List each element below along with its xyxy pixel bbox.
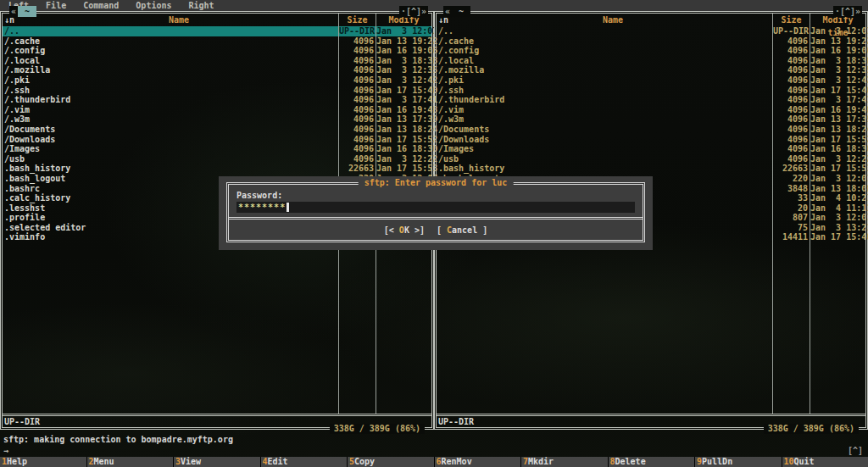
- file-size: 4096: [338, 154, 376, 164]
- file-row[interactable]: /.pki4096Jan 3 12:42: [3, 75, 431, 86]
- function-key-quit[interactable]: 10Quit: [782, 457, 868, 467]
- column-header-size[interactable]: Size: [772, 14, 810, 26]
- file-name: /usb: [3, 154, 338, 164]
- file-row[interactable]: /Documents4096Jan 13 18:24: [3, 125, 431, 135]
- file-row[interactable]: /.ssh4096Jan 17 15:40: [3, 86, 431, 96]
- file-name: /.cache: [3, 36, 338, 47]
- file-mtime: Jan 3 17:41: [810, 95, 865, 105]
- file-size: 22663: [338, 164, 376, 174]
- function-key-label: Quit: [794, 457, 815, 466]
- file-row[interactable]: .bash_history22663Jan 17 15:53: [437, 164, 865, 174]
- file-size: 4096: [338, 65, 376, 75]
- file-size: 4096: [338, 36, 376, 47]
- file-size: 4096: [338, 105, 376, 115]
- disk-usage: 338G / 389G (86%): [330, 424, 425, 434]
- panel-history-icon[interactable]: «: [443, 6, 452, 17]
- password-input[interactable]: ********: [236, 202, 635, 213]
- file-row[interactable]: /.local4096Jan 3 18:38: [3, 56, 431, 66]
- file-size: 220: [772, 174, 810, 184]
- cancel-button[interactable]: [ Cancel ]: [437, 225, 487, 235]
- file-row[interactable]: /Downloads4096Jan 17 15:52: [3, 135, 431, 145]
- menu-right[interactable]: Right: [189, 1, 214, 10]
- left-panel-tab-row: « ~: [9, 6, 36, 17]
- file-mtime: Jan 13 19:22: [810, 36, 865, 47]
- column-header-name[interactable]: Name: [453, 15, 772, 25]
- function-key-edit[interactable]: 4Edit: [261, 457, 348, 467]
- file-row[interactable]: /.config4096Jan 16 19:06: [3, 46, 431, 56]
- function-key-view[interactable]: 3View: [174, 457, 260, 467]
- file-row[interactable]: /.w3m4096Jan 13 17:39: [3, 114, 431, 125]
- file-row[interactable]: /.thunderbird4096Jan 3 17:41: [437, 95, 865, 105]
- ok-button[interactable]: [< OK >]: [384, 225, 425, 235]
- file-name: /Images: [437, 144, 772, 154]
- function-key-renmov[interactable]: 6RenMov: [435, 457, 521, 467]
- file-mtime: Jan 17 15:53: [810, 164, 865, 174]
- file-row[interactable]: /.vim4096Jan 16 19:48: [437, 105, 865, 115]
- file-mtime: Jan 16 19:06: [376, 46, 431, 56]
- function-key-help[interactable]: 1Help: [0, 457, 86, 467]
- file-name: /Documents: [437, 125, 772, 135]
- function-key-delete[interactable]: 8Delete: [609, 457, 695, 467]
- file-name: /Documents: [3, 125, 338, 135]
- file-mtime: Jan 3 12:07: [376, 26, 431, 36]
- function-key-copy[interactable]: 5Copy: [348, 457, 434, 467]
- menu-options[interactable]: Options: [136, 1, 171, 10]
- left-panel-path-tab[interactable]: ~: [18, 6, 36, 17]
- file-mtime: Jan 16 19:48: [376, 105, 431, 115]
- file-row[interactable]: /.cache4096Jan 13 19:22: [437, 36, 865, 47]
- file-row[interactable]: /..UP--DIRJan 3 12:07: [3, 26, 431, 36]
- file-mtime: Jan 3 18:38: [810, 56, 865, 66]
- file-mtime: Jan 17 15:40: [810, 86, 865, 96]
- file-row[interactable]: /.cache4096Jan 13 19:22: [3, 36, 431, 47]
- file-row[interactable]: /..UP--DIRJan 3 12:07: [437, 26, 865, 36]
- file-row[interactable]: /.ssh4096Jan 17 15:40: [437, 86, 865, 96]
- file-row[interactable]: /usb4096Jan 3 12:22: [437, 154, 865, 164]
- file-row[interactable]: /.vim4096Jan 16 19:48: [3, 105, 431, 115]
- sftp-password-dialog: sftp: Enter password for luc Password: *…: [219, 176, 653, 250]
- file-mtime: Jan 13 17:39: [810, 114, 865, 125]
- function-key-pulldn[interactable]: 9PullDn: [695, 457, 782, 467]
- disk-usage: 338G / 389G (86%): [764, 424, 859, 434]
- file-row[interactable]: /Images4096Jan 16 18:30: [437, 144, 865, 154]
- menu-command[interactable]: Command: [83, 1, 119, 10]
- file-row[interactable]: /.thunderbird4096Jan 3 17:41: [3, 95, 431, 105]
- file-size: UP--DIR: [772, 26, 810, 36]
- function-key-label: RenMov: [442, 457, 472, 466]
- file-row[interactable]: /usb4096Jan 3 12:22: [3, 154, 431, 164]
- panel-up-icon[interactable]: ·[^]»: [833, 6, 862, 17]
- file-size: 4096: [772, 75, 810, 86]
- file-row[interactable]: .bash_history22663Jan 17 15:53: [3, 164, 431, 174]
- file-mtime: Jan 3 18:38: [376, 56, 431, 66]
- file-row[interactable]: /Documents4096Jan 13 18:24: [437, 125, 865, 135]
- scroll-up-icon[interactable]: [^]: [848, 446, 863, 455]
- menu-file[interactable]: File: [46, 1, 66, 10]
- function-key-menu[interactable]: 2Menu: [87, 457, 174, 467]
- file-name: /.mozilla: [437, 65, 772, 75]
- file-mtime: Jan 3 17:41: [376, 95, 431, 105]
- function-key-label: Help: [7, 457, 27, 466]
- right-panel-path-tab[interactable]: ~: [452, 6, 470, 17]
- file-row[interactable]: /Images4096Jan 16 18:30: [3, 144, 431, 154]
- file-row[interactable]: /.mozilla4096Jan 3 12:35: [437, 65, 865, 75]
- function-key-label: Menu: [94, 457, 114, 466]
- file-row[interactable]: /.w3m4096Jan 13 17:39: [437, 114, 865, 125]
- file-mtime: Jan 17 15:40: [810, 232, 865, 242]
- file-mtime: Jan 3 12:42: [376, 75, 431, 86]
- function-key-mkdir[interactable]: 7Mkdir: [521, 457, 608, 467]
- file-name: /.thunderbird: [437, 95, 772, 105]
- file-mtime: Jan 17 15:40: [376, 86, 431, 96]
- file-row[interactable]: /.config4096Jan 16 19:06: [437, 46, 865, 56]
- column-header-name[interactable]: Name: [19, 15, 338, 25]
- command-prompt[interactable]: →: [3, 446, 8, 455]
- panel-up-icon[interactable]: ·[^]»: [399, 6, 428, 17]
- file-row[interactable]: /.local4096Jan 3 18:38: [437, 56, 865, 66]
- function-key-label: Edit: [268, 457, 288, 466]
- text-cursor: [287, 203, 289, 212]
- column-header-size[interactable]: Size: [338, 14, 376, 26]
- panel-history-icon[interactable]: «: [9, 6, 18, 17]
- function-key-label: Copy: [354, 457, 375, 466]
- file-row[interactable]: /Downloads4096Jan 17 15:52: [437, 135, 865, 145]
- file-row[interactable]: /.pki4096Jan 3 12:42: [437, 75, 865, 86]
- file-name: /.vim: [3, 105, 338, 115]
- file-row[interactable]: /.mozilla4096Jan 3 12:35: [3, 65, 431, 75]
